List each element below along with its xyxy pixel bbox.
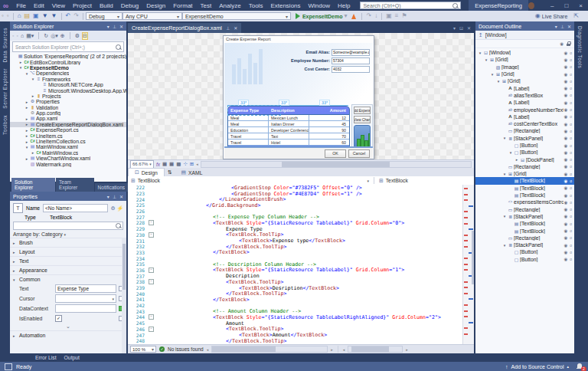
field-input[interactable]: 57304	[332, 57, 370, 64]
menu-window[interactable]: Window	[305, 2, 334, 9]
run-options-caret[interactable]: ▾	[344, 12, 347, 20]
scroll-right-arrow[interactable]: ▸	[406, 347, 408, 352]
dock-tab-team-explorer[interactable]: Team Explorer	[56, 178, 94, 192]
solution-item[interactable]: ⚙App.config	[10, 110, 126, 116]
close-icon[interactable]: ✕	[567, 24, 571, 29]
solution-item[interactable]: ▾C#ExpenseItDemo	[10, 65, 126, 71]
outline-item[interactable]: ▾≣[StackPanel]◉o	[475, 241, 574, 248]
lock-toggle-icon[interactable]: o	[570, 100, 572, 105]
outline-item[interactable]: ▾⊞[Grid]◉o	[475, 56, 574, 63]
solution-item[interactable]: ▸C#MainWindow.cs	[10, 150, 126, 156]
lock-toggle-icon[interactable]: o	[570, 200, 572, 205]
menu-file[interactable]: File	[12, 2, 30, 9]
show-annotations-icon[interactable]: ⊞	[190, 161, 194, 167]
new-file-icon[interactable]: ▤	[24, 12, 31, 20]
outline-item[interactable]: abaliasTextBox◉o	[475, 92, 574, 99]
lock-toggle-icon[interactable]: o	[570, 93, 572, 97]
lock-toggle-icon[interactable]: o	[570, 222, 572, 226]
outline-item[interactable]: A[Label]◉o	[475, 113, 574, 120]
open-file-icon[interactable]: ▣	[33, 12, 39, 20]
properties-search-input[interactable]	[13, 222, 123, 230]
solution-item[interactable]: ▸⚙Properties	[10, 99, 126, 104]
dock-tab-solution-explorer[interactable]: Solution Explorer	[11, 178, 55, 192]
lock-toggle-icon[interactable]: o	[570, 157, 572, 162]
grid-column-width-label[interactable]: 33*	[319, 100, 330, 106]
field-input[interactable]: 4032	[332, 66, 370, 73]
visibility-eye-icon[interactable]: ◉	[564, 157, 567, 162]
close-button[interactable]: ×	[573, 2, 588, 9]
code-line[interactable]: 228−<TextBlock Style="{StaticResource Ta…	[128, 220, 474, 226]
visibility-eye-icon[interactable]: ◉	[564, 222, 567, 226]
visibility-eye-icon[interactable]: ◉	[564, 200, 567, 205]
dialog-preview[interactable]: Create Expense Report Email Alias:Someon…	[223, 35, 374, 159]
snap-to-snaplines-icon[interactable]: ⊹	[183, 161, 187, 167]
scroll-left-arrow[interactable]: ◂	[207, 347, 209, 352]
fold-icon[interactable]: −	[148, 327, 155, 332]
swap-panes-icon[interactable]: ⇅	[165, 169, 175, 176]
grid-column-width-label[interactable]: 33*	[279, 100, 289, 106]
menu-format[interactable]: Format	[169, 2, 196, 9]
code-line[interactable]: 227<!-- Expense Type Column Header -->	[128, 214, 474, 220]
field-input[interactable]: Someone@example.com	[332, 49, 370, 56]
outline-item[interactable]: ▤[TextBlock]◉o	[475, 177, 574, 184]
preview-selected-items-icon[interactable]: ⊟	[82, 32, 88, 40]
visibility-eye-icon[interactable]: ◉	[564, 93, 567, 97]
outline-item[interactable]: ▤[TextBlock]◉o	[475, 227, 574, 234]
solution-badge[interactable]: ExpenseReporting	[469, 0, 528, 11]
home-icon[interactable]: ⌂	[21, 33, 24, 38]
code-line[interactable]: 248</TextBlock.ToolTip>	[128, 338, 474, 344]
menu-analyze[interactable]: Analyze	[215, 2, 244, 9]
name-input[interactable]: <No Name>	[43, 204, 108, 212]
avatar[interactable]	[528, 2, 534, 9]
visibility-eye-icon[interactable]: ◉	[564, 172, 567, 176]
column-header[interactable]: Amount	[309, 108, 348, 113]
outline-item[interactable]: ▤[TextBlock]◉o	[475, 220, 574, 227]
events-icon[interactable]: ⚡	[117, 205, 124, 212]
code-line[interactable]: 225</Grid.Background>	[128, 202, 474, 208]
lock-toggle-icon[interactable]: o	[570, 107, 572, 112]
outline-item[interactable]: ▸⊟[DockPanel]◉o	[475, 156, 574, 163]
lock-toggle-icon[interactable]: o	[570, 72, 572, 77]
document-list-caret[interactable]: ▾	[453, 25, 456, 31]
menu-project[interactable]: Project	[69, 2, 96, 9]
visibility-eye-icon[interactable]: ◉	[564, 100, 567, 105]
visibility-eye-icon[interactable]: ◉	[564, 186, 567, 190]
visibility-eye-icon[interactable]: ◉	[564, 51, 567, 55]
property-wrench-icon[interactable]: ⚙	[110, 205, 115, 212]
solution-item[interactable]: ≡Microsoft.NETCore.App	[10, 82, 126, 87]
live-share-icon[interactable]: ◉	[535, 12, 541, 20]
visibility-eye-icon[interactable]: ◉	[564, 57, 567, 62]
pin-icon[interactable]: ⊥	[226, 25, 230, 31]
close-icon[interactable]: ✕	[119, 194, 123, 199]
solution-item[interactable]: ≡Microsoft.WindowsDesktop.App.WPF	[10, 87, 126, 93]
code-line[interactable]: 238−<TextBlock.ToolTip>	[128, 279, 474, 285]
visibility-eye-icon[interactable]: ◉	[564, 150, 567, 155]
pending-changes-filter-icon[interactable]: ◎▾	[51, 33, 58, 39]
outline-item[interactable]: ▨[Image]◉o	[475, 64, 574, 71]
run-project-button[interactable]: ExpenseItDemo	[302, 14, 343, 19]
breadcrumb-left[interactable]: ⊞ TextBlock ▾	[128, 178, 372, 184]
code-line[interactable]: 243<!-- Amount Column Header -->	[128, 308, 474, 314]
visibility-eye-icon[interactable]: ◉	[564, 136, 567, 140]
outline-item[interactable]: <>expensesItemsControl◉o	[475, 199, 574, 205]
solution-item[interactable]: ▾⌥Dependencies	[10, 71, 126, 76]
lock-toggle-icon[interactable]: o	[570, 243, 572, 248]
expense-row[interactable]: TravelTaxi70	[228, 133, 349, 140]
expense-row[interactable]: TravelHotel60	[228, 140, 349, 146]
code-line[interactable]: 231<TextBlock>Expense type</TextBlock>	[128, 238, 474, 244]
lock-toggle-icon[interactable]: o	[570, 86, 572, 90]
code-line[interactable]: 226	[128, 208, 474, 215]
pin-icon[interactable]: ⊥	[560, 24, 564, 29]
lock-toggle-icon[interactable]: o	[570, 51, 572, 55]
code-line[interactable]: 222<GradientStop Color="#7382F5" Offset=…	[128, 185, 474, 191]
feedback-icon[interactable]: ⇱	[573, 12, 579, 20]
outline-item[interactable]: ▭[Rectangle]◉o	[475, 206, 574, 213]
visibility-eye-icon[interactable]: ◉	[564, 129, 567, 133]
properties-scrollbar[interactable]	[122, 238, 126, 353]
lock-toggle-icon[interactable]: o	[570, 235, 572, 240]
maximize-button[interactable]: □	[559, 2, 573, 9]
fold-icon[interactable]: −	[148, 232, 155, 238]
outline-item[interactable]: ▾≣[StackPanel]◉o	[475, 135, 574, 142]
isenabled-checkbox[interactable]: ✓	[55, 315, 62, 322]
scroll-left-arrow[interactable]: ◂	[196, 162, 198, 166]
